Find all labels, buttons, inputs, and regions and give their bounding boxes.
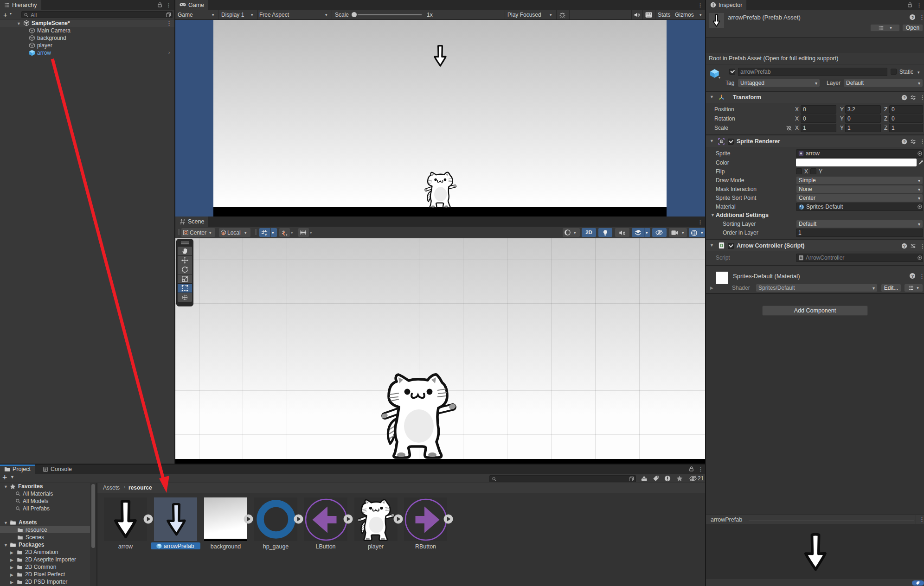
svg-text:?: ?: [903, 140, 905, 144]
svg-text:?: ?: [903, 244, 905, 248]
svg-text:Y: Y: [265, 233, 268, 236]
svg-text:?: ?: [911, 15, 914, 20]
svg-text:?: ?: [911, 274, 914, 279]
svg-text:?: ?: [903, 96, 905, 100]
